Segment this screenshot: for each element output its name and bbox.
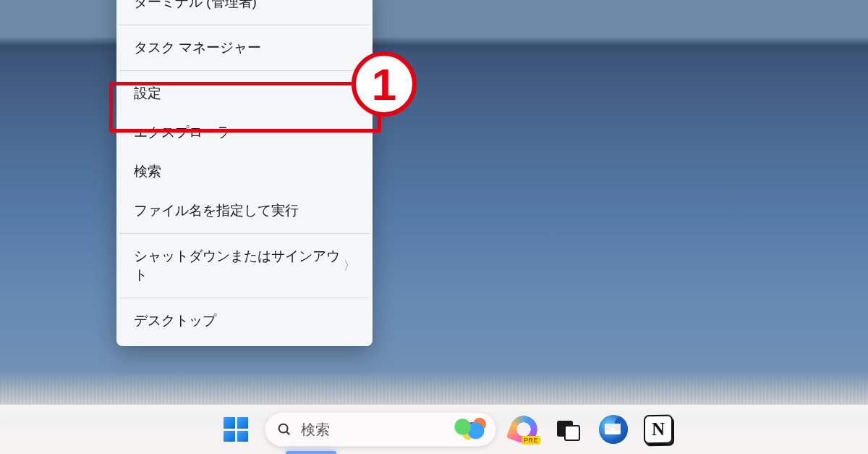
menu-item-run[interactable]: ファイル名を指定して実行: [116, 191, 373, 230]
svg-point-0: [279, 424, 288, 433]
thunderbird-taskbar-button[interactable]: [596, 412, 631, 447]
chevron-right-icon: 〉: [344, 258, 355, 274]
windows-logo-icon: [224, 417, 248, 442]
notion-taskbar-button[interactable]: N: [641, 412, 676, 447]
winx-context-menu: ターミナル (管理者) タスク マネージャー 設定 エクスプローラー 検索 ファ…: [116, 0, 373, 346]
menu-item-label: シャットダウンまたはサインアウト: [134, 247, 344, 285]
menu-item-shutdown-signout[interactable]: シャットダウンまたはサインアウト 〉: [116, 237, 373, 295]
menu-item-label: 検索: [134, 162, 161, 181]
menu-item-settings[interactable]: 設定: [116, 74, 373, 113]
start-button[interactable]: [217, 411, 255, 448]
menu-item-task-manager[interactable]: タスク マネージャー: [116, 28, 373, 67]
svg-line-1: [286, 432, 289, 434]
menu-item-terminal-admin[interactable]: ターミナル (管理者): [116, 0, 373, 22]
copilot-taskbar-button[interactable]: PRE: [506, 412, 541, 447]
menu-separator: [119, 70, 370, 71]
notion-icon: N: [644, 415, 673, 445]
menu-separator: [119, 25, 370, 25]
taskbar: 検索 PRE N: [0, 405, 868, 454]
annotation-callout-circle: 1: [352, 51, 417, 117]
menu-item-label: 設定: [134, 84, 161, 103]
thunderbird-icon: [599, 415, 628, 444]
menu-item-desktop[interactable]: デスクトップ: [116, 301, 373, 340]
menu-item-explorer[interactable]: エクスプローラー: [116, 113, 373, 152]
task-view-icon: [557, 418, 580, 441]
menu-item-search[interactable]: 検索: [116, 152, 373, 191]
taskbar-active-indicator: [286, 451, 336, 454]
search-highlight-illustration-icon: [451, 416, 489, 442]
menu-item-label: タスク マネージャー: [134, 38, 261, 57]
menu-separator: [119, 298, 370, 298]
menu-item-label: エクスプローラー: [134, 123, 244, 142]
annotation-callout-number: 1: [372, 59, 396, 110]
menu-separator: [119, 233, 370, 234]
taskbar-search[interactable]: 検索: [265, 412, 496, 447]
copilot-pre-badge: PRE: [522, 436, 540, 445]
taskbar-search-placeholder: 検索: [301, 420, 443, 440]
menu-item-label: デスクトップ: [134, 311, 216, 330]
notion-glyph: N: [652, 419, 665, 440]
search-icon: [276, 421, 292, 437]
task-view-button[interactable]: [551, 412, 586, 447]
menu-item-label: ターミナル (管理者): [134, 0, 257, 12]
menu-item-label: ファイル名を指定して実行: [134, 201, 299, 220]
